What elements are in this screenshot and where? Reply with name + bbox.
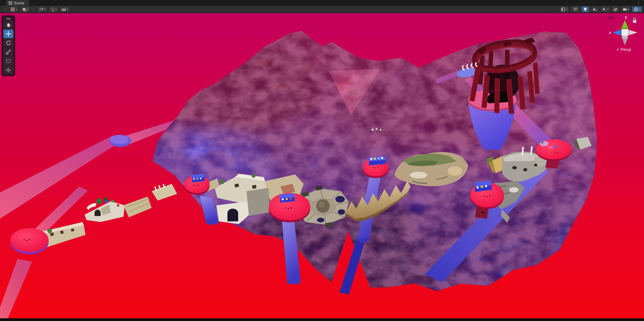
waypoint-disc-3[interactable] [269, 193, 310, 222]
hand-icon [5, 22, 11, 28]
grid-snap-group: ▾ ▾ ▾ [37, 6, 70, 12]
chevron-down-icon: ▾ [628, 8, 629, 10]
scene-viewport[interactable] [0, 0, 644, 321]
tab-title: Scene [14, 1, 24, 5]
scene-toolbar: ▾ ▾ ▾ [0, 6, 644, 13]
chevron-down-icon: ▾ [16, 8, 17, 10]
rect-tool-button[interactable] [3, 57, 13, 65]
eye-slash-icon [613, 7, 618, 12]
scale-icon [5, 49, 11, 55]
hidden-objects-button[interactable] [611, 6, 620, 12]
chevron-down-icon: ▾ [44, 8, 46, 10]
camera-settings-button[interactable]: ▾ [621, 6, 631, 12]
view-tool-button[interactable] [3, 20, 13, 29]
rotate-icon [5, 40, 11, 46]
projection-label[interactable]: < Persp [616, 47, 631, 52]
shaded-sphere-icon [561, 7, 566, 12]
scene-grid-icon [9, 1, 12, 5]
unity-scene-view: Scene ⋮ ▾ ▾ [0, 0, 644, 321]
draw-mode-button[interactable]: ▾ [559, 6, 569, 12]
tab-bar: Scene ⋮ [0, 0, 644, 6]
path-node-left[interactable] [110, 135, 131, 147]
rotate-tool-button[interactable] [3, 39, 13, 47]
gizmos-button[interactable]: ▾ [632, 6, 642, 12]
transform-icon [5, 67, 11, 73]
gizmo-center-cube[interactable] [622, 29, 628, 36]
orientation-gizmo: y z < Persp [606, 14, 644, 54]
effects-button[interactable]: ▾ [600, 6, 610, 12]
tool-handle-rotation-button[interactable]: ▾ [20, 6, 30, 12]
global-cube-icon [22, 7, 26, 12]
audio-mute-button[interactable] [591, 6, 599, 12]
gizmo-drag-handle[interactable] [608, 17, 614, 19]
gizmo-axis-z[interactable]: z [609, 30, 623, 36]
bottom-panel-edge [0, 318, 644, 321]
chevron-down-icon: ▾ [607, 8, 608, 10]
chevron-down-icon: ▾ [67, 8, 68, 10]
pivot-rect-icon [10, 7, 15, 12]
grid-visibility-button[interactable]: ▾ [37, 6, 47, 12]
gizmo-axis-down[interactable] [622, 36, 628, 45]
waypoint-disc-1[interactable] [10, 228, 49, 254]
tools-overlay-drag-handle[interactable] [2, 17, 15, 20]
tools-overlay [2, 15, 15, 76]
scale-tool-button[interactable] [3, 48, 13, 56]
lightbulb-icon [583, 7, 588, 12]
scene-lighting-button[interactable] [581, 6, 589, 12]
chevron-down-icon: ▾ [56, 8, 57, 10]
kebab-menu-icon[interactable]: ⋮ [637, 0, 641, 6]
transform-tool-button[interactable] [3, 66, 13, 74]
chevron-down-icon: ▾ [639, 8, 640, 10]
info-sign [279, 193, 295, 203]
audio-muted-icon [592, 7, 597, 12]
axis-z-label: z [609, 31, 611, 35]
info-sign [191, 174, 205, 182]
move-tool-button[interactable] [3, 30, 13, 38]
view-2d-button[interactable]: 2D [571, 6, 580, 12]
toolbar-drag-handle[interactable] [4, 7, 6, 11]
axis-y-label: y [625, 15, 627, 19]
move-arrows-icon [5, 31, 11, 37]
lock-icon[interactable] [633, 18, 636, 23]
info-sign [368, 156, 386, 165]
gizmo-axis-y[interactable]: y [621, 15, 629, 30]
ruler-ticks-icon [61, 7, 66, 12]
chevron-down-icon: ▾ [27, 8, 29, 10]
projection-text: Persp [621, 47, 631, 52]
projection-prefix: < [616, 47, 619, 52]
snap-grid-icon [50, 7, 55, 12]
snap-increment-button[interactable]: ▾ [49, 6, 59, 12]
camera-icon [623, 7, 627, 12]
view-2d-label: 2D [572, 7, 579, 11]
chevron-down-icon: ▾ [566, 8, 568, 10]
grid-axis-icon [39, 7, 44, 12]
toolbar-separator [33, 7, 35, 11]
gizmos-sphere-icon [634, 7, 638, 12]
tool-settings-group: ▾ ▾ [9, 6, 30, 12]
effects-star-icon [602, 7, 606, 12]
view-options-group: ▾ 2D ▾ [559, 6, 642, 12]
rect-icon [5, 58, 11, 64]
info-sign [474, 180, 492, 192]
tab-scene[interactable]: Scene [6, 0, 29, 6]
grid-size-button[interactable]: ▾ [60, 6, 70, 12]
gizmo-axis-x[interactable] [627, 30, 638, 35]
tool-handle-position-button[interactable]: ▾ [9, 6, 19, 12]
